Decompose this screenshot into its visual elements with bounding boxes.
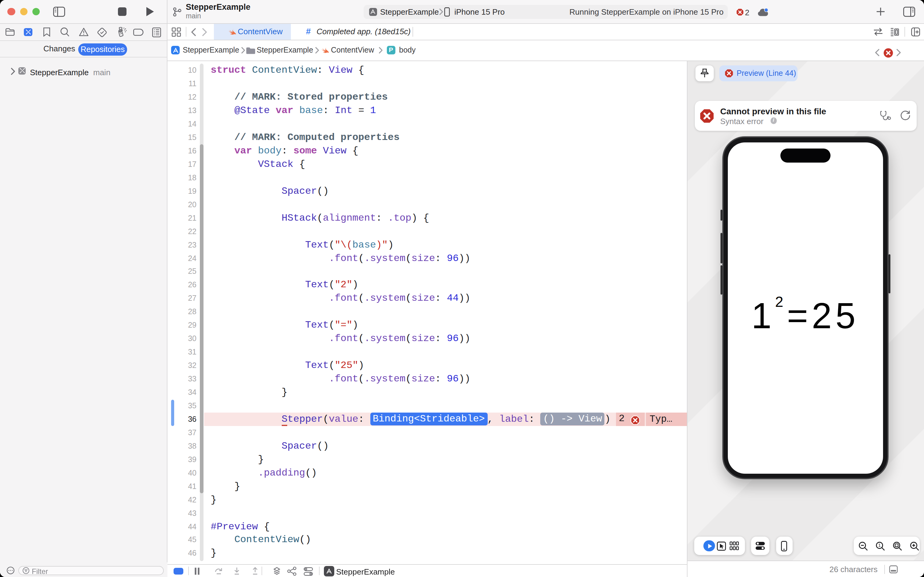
svg-text:1: 1 [878, 543, 880, 547]
